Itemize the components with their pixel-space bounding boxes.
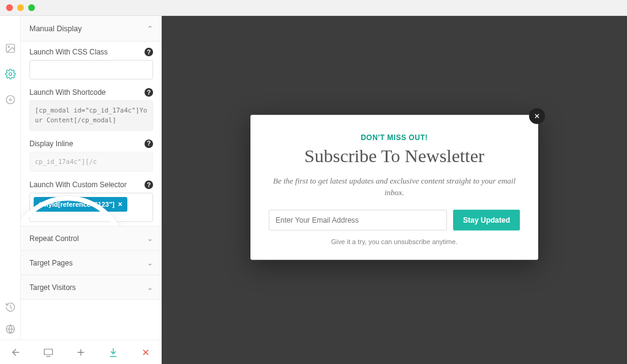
email-field[interactable] — [269, 209, 447, 230]
chevron-down-icon: ⌄ — [147, 234, 153, 243]
close-icon[interactable] — [140, 346, 152, 358]
subscribe-button[interactable]: Stay Updated — [453, 209, 520, 230]
section-repeat-control[interactable]: Repeat Control ⌄ — [21, 226, 162, 251]
svg-point-4 — [9, 99, 11, 101]
help-icon[interactable]: ? — [145, 139, 153, 148]
download-icon[interactable] — [107, 346, 119, 358]
section-title: Repeat Control — [29, 234, 79, 243]
help-icon[interactable]: ? — [145, 88, 153, 97]
remove-tag-icon[interactable]: × — [118, 200, 122, 209]
label-launch-custom-selector: Launch With Custom Selector — [29, 180, 127, 189]
desktop-icon[interactable] — [42, 346, 54, 358]
svg-point-3 — [6, 95, 15, 104]
chevron-down-icon: ⌄ — [147, 283, 153, 292]
help-icon[interactable]: ? — [145, 180, 153, 189]
traffic-light-zoom[interactable] — [28, 4, 35, 11]
history-icon[interactable] — [5, 302, 16, 313]
traffic-light-close[interactable] — [6, 4, 13, 11]
target-icon[interactable] — [5, 94, 16, 105]
traffic-light-minimize[interactable] — [17, 4, 24, 11]
preview-canvas: DON'T MISS OUT! Subscribe To Newsletter … — [162, 16, 627, 364]
section-title: Target Visitors — [29, 283, 76, 292]
svg-point-2 — [9, 73, 12, 76]
window-titlebar — [0, 0, 627, 16]
label-launch-css-class: Launch With CSS Class — [29, 48, 108, 56]
svg-point-1 — [8, 46, 9, 47]
bottom-toolbar — [0, 340, 162, 364]
modal-footnote: Give it a try, you can unsubscribe anyti… — [269, 237, 520, 245]
gear-icon[interactable] — [5, 69, 16, 80]
panel-body: Launch With CSS Class ? Launch With Shor… — [21, 42, 162, 226]
newsletter-modal: DON'T MISS OUT! Subscribe To Newsletter … — [250, 114, 538, 259]
help-icon[interactable]: ? — [145, 48, 153, 56]
settings-sidebar: Manual Display ⌃ Launch With CSS Class ?… — [21, 16, 162, 364]
section-manual-display[interactable]: Manual Display ⌃ — [21, 16, 162, 42]
modal-close-button[interactable] — [529, 108, 545, 124]
custom-selector-input[interactable]: #myid[reference="123"] × — [29, 193, 153, 222]
selector-tag-label: #myid[reference="123"] — [39, 201, 115, 208]
section-target-visitors[interactable]: Target Visitors ⌄ — [21, 275, 162, 300]
section-target-pages[interactable]: Target Pages ⌄ — [21, 251, 162, 275]
label-launch-shortcode: Launch With Shortcode — [29, 88, 106, 97]
css-class-input[interactable] — [29, 60, 153, 80]
svg-rect-6 — [44, 349, 53, 354]
chevron-up-icon: ⌃ — [147, 24, 153, 33]
label-display-inline: Display Inline — [29, 139, 73, 148]
add-icon[interactable] — [75, 346, 87, 358]
inline-code-box[interactable]: cp_id_17a4c"][/c — [29, 152, 153, 173]
section-title: Manual Display — [29, 24, 81, 33]
selector-tag[interactable]: #myid[reference="123"] × — [34, 197, 127, 212]
modal-kicker: DON'T MISS OUT! — [269, 133, 520, 141]
globe-icon[interactable] — [5, 324, 16, 335]
image-icon[interactable] — [5, 43, 16, 54]
back-icon[interactable] — [10, 346, 22, 358]
icon-rail — [0, 16, 21, 364]
modal-title: Subscribe To Newsletter — [269, 145, 520, 166]
section-title: Target Pages — [29, 259, 73, 267]
modal-subtitle: Be the first to get latest updates and e… — [269, 174, 520, 198]
chevron-down-icon: ⌄ — [147, 259, 153, 267]
shortcode-box[interactable]: [cp_modal id="cp_id_17a4c"]Your Content[… — [29, 100, 153, 131]
